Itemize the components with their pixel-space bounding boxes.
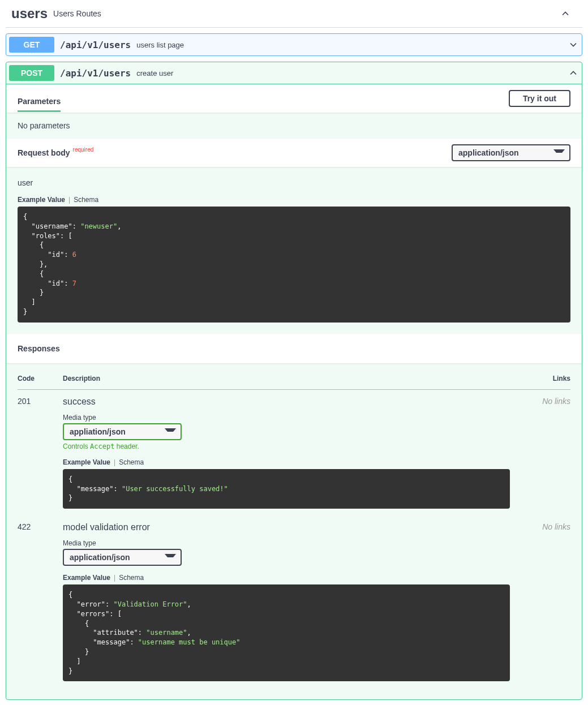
chevron-up-icon: [560, 8, 571, 19]
opblock-get-users: GET /api/v1/users users list page: [6, 33, 582, 56]
method-badge-post: POST: [9, 65, 54, 81]
chevron-up-icon: [568, 67, 579, 79]
opblock-summary[interactable]: POST /api/v1/users create user: [6, 62, 582, 84]
response-example-code[interactable]: { "message": "User successfully saved!" …: [63, 469, 510, 509]
responses-table: Code Description Links 201successMedia t…: [18, 375, 570, 689]
tab-example-value[interactable]: Example Value: [63, 574, 110, 582]
tab-example-value[interactable]: Example Value: [63, 458, 110, 466]
tag-header[interactable]: users Users Routes: [6, 0, 582, 28]
response-description: success: [63, 397, 525, 407]
try-it-out-button[interactable]: Try it out: [509, 90, 570, 107]
media-type-label: Media type: [63, 539, 525, 547]
response-links: No links: [525, 515, 570, 688]
tag-name: users: [11, 6, 48, 22]
tab-parameters[interactable]: Parameters: [18, 91, 61, 112]
controls-accept-note: Controls Accept header.: [63, 442, 525, 450]
required-badge: required: [73, 147, 94, 153]
chevron-down-icon: [568, 39, 579, 50]
request-body-example[interactable]: { "username": "newuser", "roles": [ { "i…: [18, 207, 570, 323]
response-example-code[interactable]: { "error": "Validation Error", "errors":…: [63, 584, 510, 681]
content-type-select-wrap: application/json: [452, 144, 570, 161]
response-content-type-select[interactable]: appliation/json: [63, 423, 182, 440]
opblock-post-users: POST /api/v1/users create user Parameter…: [6, 62, 582, 700]
request-body-description: user: [18, 178, 570, 187]
response-description-cell: successMedia typeappliation/jsonControls…: [63, 389, 525, 515]
tag-description: Users Routes: [53, 9, 560, 18]
response-links: No links: [525, 389, 570, 515]
opblock-summary[interactable]: GET /api/v1/users users list page: [6, 34, 582, 55]
tab-example-value[interactable]: Example Value: [18, 196, 65, 204]
response-example: Example Value|Schema{ "error": "Validati…: [63, 574, 525, 681]
response-row: 201successMedia typeappliation/jsonContr…: [18, 389, 570, 515]
op-summary: users list page: [136, 41, 568, 49]
request-body-content: user Example Value|Schema { "username": …: [6, 167, 582, 334]
response-example: Example Value|Schema{ "message": "User s…: [63, 458, 525, 509]
no-parameters-text: No parameters: [18, 121, 70, 130]
col-code: Code: [18, 375, 63, 390]
response-content-type-select[interactable]: application/json: [63, 549, 182, 566]
response-tabs: Example Value|Schema: [63, 574, 525, 582]
response-tabs: Example Value|Schema: [63, 458, 525, 466]
media-type-select-wrap: appliation/json: [63, 423, 182, 440]
media-type-select-wrap: application/json: [63, 549, 182, 566]
tab-schema[interactable]: Schema: [119, 458, 144, 466]
col-description: Description: [63, 375, 525, 390]
response-code: 201: [18, 389, 63, 515]
col-links: Links: [525, 375, 570, 390]
parameters-header: Parameters Try it out: [6, 84, 582, 113]
method-badge-get: GET: [9, 37, 54, 53]
request-body-title: Request body: [18, 148, 70, 157]
tab-schema[interactable]: Schema: [119, 574, 144, 582]
response-description-cell: model validation errorMedia typeapplicat…: [63, 515, 525, 688]
tab-schema[interactable]: Schema: [74, 196, 98, 204]
response-description: model validation error: [63, 522, 525, 532]
request-content-type-select[interactable]: application/json: [452, 144, 570, 161]
op-path: /api/v1/users: [60, 68, 131, 79]
parameters-body: No parameters: [6, 113, 582, 139]
op-summary: create user: [136, 69, 568, 78]
responses-title: Responses: [18, 338, 60, 359]
response-row: 422model validation errorMedia typeappli…: [18, 515, 570, 688]
body-tabs: Example Value|Schema: [18, 196, 570, 204]
media-type-label: Media type: [63, 414, 525, 422]
responses-header: Responses: [6, 334, 582, 363]
response-code: 422: [18, 515, 63, 688]
request-body-header: Request body required application/json: [6, 139, 582, 167]
op-path: /api/v1/users: [60, 40, 131, 50]
